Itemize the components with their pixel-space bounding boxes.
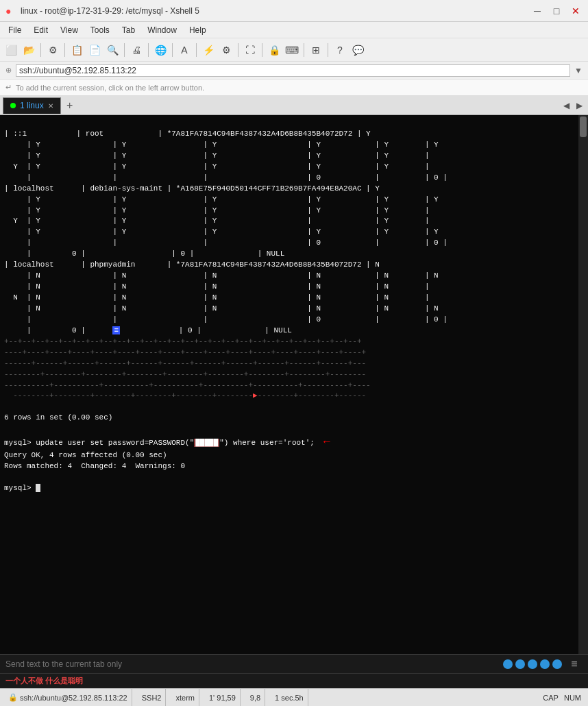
menu-bar: File Edit View Tools Tab Window Help (0, 22, 588, 38)
lock-button[interactable]: 🔒 (266, 42, 282, 58)
terminal[interactable]: | ::1 | root | *7A81FA7814C94BF4387432A4… (0, 115, 578, 654)
send-text-input[interactable] (5, 659, 499, 669)
bottom-right-indicators: CAP NUM (540, 694, 584, 702)
open-button[interactable]: 📂 (21, 42, 37, 58)
help-button[interactable]: ? (332, 42, 348, 58)
bottom-term: xterm (171, 689, 199, 706)
status-bar: ≡ (0, 654, 588, 673)
menu-tools[interactable]: Tools (85, 24, 115, 36)
menu-view[interactable]: View (55, 24, 84, 36)
copy-button[interactable]: 📋 (69, 42, 85, 58)
window-controls: ─ □ ✕ (530, 4, 583, 18)
transfer2-button[interactable]: ⚙ (218, 42, 234, 58)
bottom-bar: 🔒 ssh://ubuntu@52.192.85.113:22 SSH2 xte… (0, 688, 588, 706)
address-dropdown[interactable]: ▼ (574, 66, 583, 75)
close-button[interactable]: ✕ (569, 4, 583, 18)
minimize-button[interactable]: ─ (530, 4, 544, 18)
tab-status-dot (10, 103, 16, 108)
menu-file[interactable]: File (3, 24, 27, 36)
tab-next-button[interactable]: ▶ (574, 99, 585, 112)
info-bar: ↵ To add the current session, click on t… (0, 80, 588, 96)
window-title: linux - root@ip-172-31-9-29: /etc/mysql … (21, 6, 530, 16)
term-type-text: xterm (175, 694, 195, 702)
print-button[interactable]: 🖨 (128, 42, 145, 58)
keyboard-button[interactable]: ⌨ (284, 42, 300, 58)
bottom-size: 9,8 (246, 689, 265, 706)
toolbar: ⬜ 📂 ⚙ 📋 📄 🔍 🖨 🌐 A ⚡ ⚙ ⛶ 🔒 ⌨ ⊞ ? 💬 (0, 38, 588, 62)
annotation-bar: 一个人不做 什么是聪明 (0, 673, 588, 688)
settings-button[interactable]: ⚙ (45, 42, 61, 58)
annotation-text: 一个人不做 什么是聪明 (5, 676, 83, 686)
bottom-address: 🔒 ssh://ubuntu@52.192.85.113:22 (4, 689, 132, 706)
menu-tab[interactable]: Tab (117, 24, 140, 36)
title-bar: ● linux - root@ip-172-31-9-29: /etc/mysq… (0, 0, 588, 22)
info-text: To add the current session, click on the… (16, 84, 204, 92)
address-icon: ⊕ (5, 66, 12, 75)
time-text: 1 sec.5h (275, 694, 304, 702)
num-indicator: NUM (561, 694, 584, 702)
toolbar-separator-6 (196, 43, 197, 57)
resize-button[interactable]: ⊞ (308, 42, 324, 58)
size-text: 9,8 (250, 694, 260, 702)
terminal-output: | ::1 | root | *7A81FA7814C94BF4387432A4… (4, 118, 574, 505)
toolbar-separator-5 (172, 43, 173, 57)
font-button[interactable]: A (176, 42, 193, 58)
transfer-button[interactable]: ⚡ (200, 42, 217, 58)
tab-close-icon[interactable]: ✕ (48, 102, 53, 110)
toolbar-separator (40, 43, 41, 57)
address-bar: ⊕ ▼ (0, 62, 588, 80)
vertical-scrollbar[interactable] (578, 115, 588, 654)
cap-indicator: CAP (540, 694, 561, 702)
terminal-container: | ::1 | root | *7A81FA7814C94BF4387432A4… (0, 115, 588, 654)
bottom-coords: 1' 91,59 (205, 689, 241, 706)
protocol-text: SSH2 (142, 694, 162, 702)
menu-window[interactable]: Window (142, 24, 182, 36)
coords-text: 1' 91,59 (209, 694, 236, 702)
paste-button[interactable]: 📄 (86, 42, 103, 58)
circle-1 (503, 659, 513, 669)
toolbar-separator-4 (148, 43, 149, 57)
circle-indicators (503, 659, 562, 669)
bottom-address-text: ssh://ubuntu@52.192.85.113:22 (20, 694, 127, 702)
new-button[interactable]: ⬜ (3, 42, 19, 58)
tab-navigation: ◀ ▶ (561, 99, 585, 112)
tab-prev-button[interactable]: ◀ (561, 99, 572, 112)
expand-button[interactable]: ⛶ (242, 42, 258, 58)
toolbar-separator-10 (328, 43, 328, 57)
menu-help[interactable]: Help (184, 24, 212, 36)
tab-linux[interactable]: 1 linux ✕ (3, 97, 61, 114)
toolbar-separator-7 (238, 43, 238, 57)
lock-small-icon: 🔒 (8, 693, 18, 702)
circle-4 (540, 659, 550, 669)
circle-2 (515, 659, 525, 669)
globe-button[interactable]: 🌐 (152, 42, 169, 58)
circle-5 (552, 659, 562, 669)
tab-label: 1 linux (20, 101, 44, 110)
toolbar-separator-3 (124, 43, 125, 57)
circle-3 (528, 659, 537, 669)
address-input[interactable] (16, 64, 570, 77)
search-button[interactable]: 🔍 (104, 42, 121, 58)
bottom-protocol: SSH2 (138, 689, 167, 706)
toolbar-separator-9 (304, 43, 304, 57)
maximize-button[interactable]: □ (550, 4, 563, 18)
toolbar-separator-8 (262, 43, 262, 57)
tab-bar: 1 linux ✕ + ◀ ▶ (0, 96, 588, 115)
app-window: ● linux - root@ip-172-31-9-29: /etc/mysq… (0, 0, 588, 706)
toolbar-separator-2 (64, 43, 65, 57)
info-icon: ↵ (5, 83, 12, 92)
chat-button[interactable]: 💬 (350, 42, 366, 58)
status-menu-button[interactable]: ≡ (566, 656, 583, 672)
menu-edit[interactable]: Edit (28, 24, 53, 36)
bottom-time: 1 sec.5h (271, 689, 308, 706)
scroll-thumb[interactable] (580, 117, 587, 137)
tab-add-button[interactable]: + (62, 98, 77, 113)
app-icon: ● (5, 5, 16, 16)
